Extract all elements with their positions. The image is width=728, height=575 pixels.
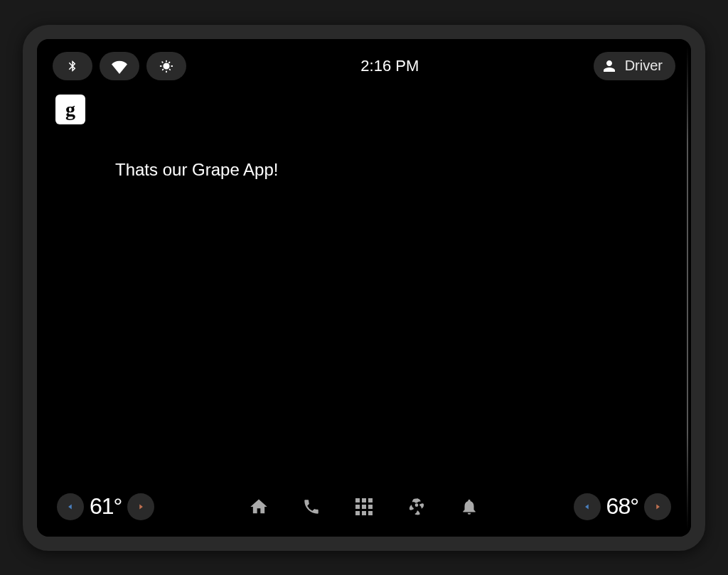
user-icon	[601, 58, 618, 75]
left-temp-up-button[interactable]	[127, 493, 154, 520]
brightness-button[interactable]	[146, 52, 186, 80]
notifications-button[interactable]	[458, 495, 481, 518]
bell-icon	[460, 498, 478, 516]
fan-icon	[407, 497, 427, 517]
fan-button[interactable]	[405, 495, 428, 518]
clock-text: 2:16 PM	[360, 57, 419, 75]
home-button[interactable]	[247, 495, 270, 518]
bottom-bar: 61°	[37, 480, 691, 537]
grape-app-icon[interactable]: g	[55, 95, 85, 124]
status-bar: 2:16 PM Driver	[37, 39, 691, 90]
app-icon-row: g	[37, 90, 691, 124]
nav-icons	[247, 495, 481, 518]
left-temp-value: 61°	[88, 493, 123, 520]
phone-button[interactable]	[300, 495, 323, 518]
apps-button[interactable]	[353, 495, 375, 518]
left-temp-down-button[interactable]	[57, 493, 84, 520]
chevron-right-icon	[136, 502, 146, 512]
right-temp-up-button[interactable]	[644, 493, 671, 520]
chevron-left-icon	[582, 502, 592, 512]
wifi-icon	[112, 58, 127, 74]
bluetooth-button[interactable]	[53, 52, 92, 80]
chevron-left-icon	[65, 502, 75, 512]
home-icon	[249, 497, 269, 517]
user-label: Driver	[625, 58, 663, 74]
grape-app-glyph: g	[65, 98, 75, 121]
status-right-group: Driver	[594, 52, 675, 80]
brightness-icon	[159, 58, 174, 74]
chevron-right-icon	[653, 502, 663, 512]
content-area: Thats our Grape App!	[37, 124, 691, 480]
screen: 2:16 PM Driver g Thats our Grape App!	[37, 39, 691, 537]
bluetooth-icon	[66, 58, 79, 74]
left-temp-group: 61°	[57, 493, 154, 520]
user-profile-button[interactable]: Driver	[594, 52, 675, 80]
wifi-button[interactable]	[100, 52, 139, 80]
phone-icon	[302, 498, 321, 516]
status-left-group	[53, 52, 186, 80]
right-temp-group: 68°	[574, 493, 671, 520]
device-frame: 2:16 PM Driver g Thats our Grape App!	[23, 25, 705, 551]
clock: 2:16 PM	[186, 57, 594, 75]
apps-grid-icon	[355, 498, 373, 515]
right-temp-down-button[interactable]	[574, 493, 601, 520]
right-temp-value: 68°	[605, 493, 640, 520]
content-message: Thats our Grape App!	[115, 160, 613, 180]
